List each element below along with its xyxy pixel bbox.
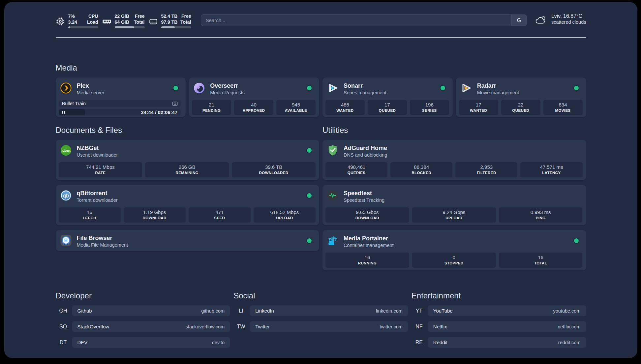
- now-playing-title: Bullet Train: [62, 101, 86, 106]
- service-description: Media server: [77, 90, 105, 96]
- stat-value: 40: [235, 102, 273, 108]
- stat-block: 485 WANTED: [325, 100, 365, 115]
- section-title-entertainment: Entertainment: [412, 291, 586, 300]
- bookmark-twitter[interactable]: TW Twitter twitter.com: [233, 321, 408, 332]
- service-card-adguard-home[interactable]: AdGuard Home DNS and adblocking 498,461 …: [322, 140, 586, 180]
- top-bar: 7% CPU 3.24 Load: [56, 13, 586, 30]
- service-card-media-portainer[interactable]: Media Portainer Container management 16 …: [322, 230, 586, 270]
- status-dot-online: [441, 86, 445, 90]
- service-card-overseerr[interactable]: Overseerr Media Requests 21 PENDING 40 A…: [189, 77, 319, 117]
- video-camera-icon: [172, 101, 178, 106]
- service-name: Speedtest: [344, 190, 384, 197]
- stat-value: 498,461: [326, 164, 387, 170]
- adguard-icon: [327, 145, 338, 156]
- service-description: Container management: [344, 243, 394, 248]
- stat-value: 17: [368, 102, 406, 108]
- stat-label: BLOCKED: [391, 170, 452, 175]
- stat-value: 17: [460, 102, 498, 108]
- stat-value: 86,384: [391, 164, 452, 170]
- stat-block: 1.19 Gbps DOWNLOAD: [124, 207, 186, 223]
- stat-label: PENDING: [193, 108, 230, 113]
- status-dot-online: [574, 238, 579, 243]
- cpu-progress-track: [68, 26, 98, 28]
- section-title-social: Social: [233, 291, 408, 300]
- stat-value: 196: [411, 102, 448, 108]
- stat-block: 498,461 QUERIES: [325, 162, 387, 177]
- stat-block: 47.571 ms LATENCY: [520, 162, 582, 177]
- stat-value: 22: [502, 102, 540, 108]
- qbittorrent-icon: qb: [60, 190, 72, 201]
- stat-label: REMAINING: [146, 170, 228, 175]
- documents-column: Documents & Files nzbget NZBGet Usenet d…: [56, 126, 320, 270]
- sonarr-icon: [327, 82, 338, 94]
- bookmark-abbr: DT: [56, 337, 71, 348]
- stat-label: DOWNLOAD: [124, 216, 185, 221]
- status-dot-online: [307, 193, 312, 198]
- bookmark-abbr: NF: [412, 321, 427, 332]
- stat-value: 471: [189, 209, 250, 215]
- service-card-file-browser[interactable]: File Browser Media File Management: [56, 230, 320, 251]
- disk-icon: [149, 17, 158, 26]
- stat-value: 2,953: [456, 164, 517, 170]
- memory-total-label: Total: [134, 19, 144, 25]
- stat-value: 0.993 ms: [500, 209, 582, 215]
- stat-value: 47.571 ms: [521, 164, 582, 170]
- stat-value: 16: [500, 254, 582, 260]
- overseerr-icon: [194, 82, 205, 94]
- service-description: DNS and adblocking: [344, 152, 387, 158]
- svg-text:nzbget: nzbget: [61, 149, 70, 152]
- stat-block: 40 APPROVED: [234, 100, 273, 115]
- stat-value: 21: [193, 102, 230, 108]
- stat-block: 39.6 TB DOWNLOADED: [232, 162, 316, 177]
- stat-block: 16 TOTAL: [499, 253, 583, 268]
- pause-icon[interactable]: [62, 111, 65, 114]
- stat-label: LATENCY: [521, 170, 582, 175]
- service-card-qbittorrent[interactable]: qb qBittorrent Torrent downloader 16 LEE…: [56, 185, 320, 225]
- memory-free-value: 22 GiB: [115, 13, 129, 19]
- bookmark-group-entertainment: Entertainment YT YouTube youtube.com NF …: [412, 291, 586, 348]
- search-provider-button[interactable]: G: [511, 15, 527, 26]
- service-name: Sonarr: [344, 83, 386, 89]
- bookmark-abbr: RE: [412, 337, 427, 348]
- bookmark-linkedin[interactable]: LI LinkedIn linkedin.com: [233, 305, 408, 316]
- bookmark-name: Github: [77, 308, 92, 314]
- weather-condition: scattered clouds: [551, 19, 586, 25]
- service-card-plex[interactable]: Plex Media server Bullet Train 24:44 / 0…: [56, 77, 186, 117]
- service-description: Movie management: [477, 90, 519, 96]
- stat-block: 0 STOPPED: [412, 253, 496, 268]
- service-card-nzbget[interactable]: nzbget NZBGet Usenet downloader 744.21 M…: [56, 140, 320, 180]
- service-card-sonarr[interactable]: Sonarr Series management 485 WANTED 17 Q…: [322, 77, 453, 117]
- cpu-usage-value: 7%: [68, 13, 75, 19]
- bookmark-dev[interactable]: DT DEV dev.to: [56, 337, 230, 348]
- utilities-column: Utilities AdGuard Home DNS and adblockin…: [322, 126, 586, 270]
- cpu-widget: 7% CPU 3.24 Load: [56, 13, 98, 28]
- bookmark-stackoverflow[interactable]: SO StackOverflow stackoverflow.com: [56, 321, 230, 332]
- bookmark-domain: netflix.com: [558, 324, 580, 329]
- stat-value: 485: [326, 102, 364, 108]
- memory-progress-fill: [115, 26, 134, 28]
- bookmark-name: LinkedIn: [255, 308, 274, 314]
- bookmark-abbr: LI: [233, 305, 249, 316]
- bookmark-github[interactable]: GH Github github.com: [56, 305, 230, 316]
- bookmark-abbr: TW: [233, 321, 249, 332]
- bookmark-domain: dev.to: [212, 340, 225, 345]
- bookmark-domain: github.com: [201, 308, 225, 314]
- stat-block: 266 GB REMAINING: [145, 162, 229, 177]
- weather-widget[interactable]: Lviv, 16.87°C scattered clouds: [535, 13, 586, 25]
- playback-progress-bar[interactable]: 24:44 / 02:06:47: [59, 109, 181, 115]
- bookmark-netflix[interactable]: NF Netflix netflix.com: [412, 321, 586, 332]
- bookmark-abbr: GH: [56, 305, 71, 316]
- bookmark-youtube[interactable]: YT YouTube youtube.com: [412, 305, 586, 316]
- service-card-radarr[interactable]: Radarr Movie management 17 WANTED 22 QUE…: [456, 77, 586, 117]
- service-card-speedtest[interactable]: Speedtest Speedtest Tracking 9.65 Gbps D…: [322, 185, 586, 225]
- stat-label: SEED: [189, 216, 250, 221]
- disk-progress-fill: [161, 26, 175, 28]
- status-dot-online: [307, 148, 312, 153]
- topbar-divider: [56, 37, 586, 38]
- memory-progress-track: [115, 26, 145, 28]
- stat-label: FILTERED: [456, 170, 517, 175]
- bookmark-abbr: YT: [412, 305, 427, 316]
- bookmark-reddit[interactable]: RE Reddit reddit.com: [412, 337, 586, 348]
- plex-now-playing: Bullet Train 24:44 / 02:06:47: [59, 100, 181, 115]
- search-input[interactable]: [201, 15, 511, 26]
